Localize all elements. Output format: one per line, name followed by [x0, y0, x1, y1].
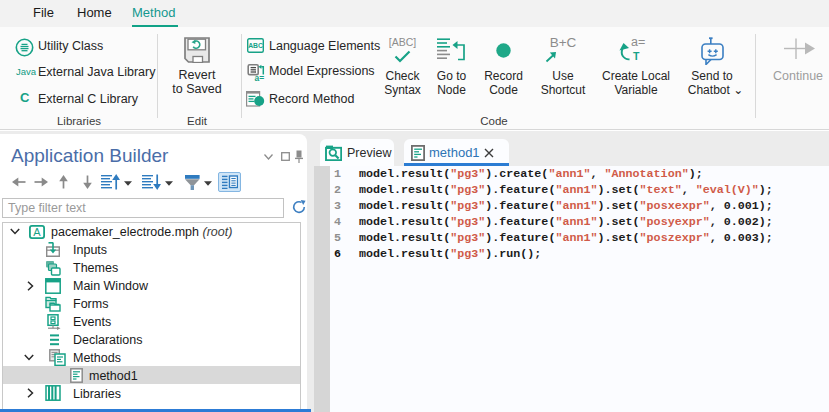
svg-text:T: T — [633, 50, 640, 62]
svg-text:ABC: ABC — [248, 42, 263, 49]
svg-text:A: A — [33, 226, 41, 238]
svg-text:a=: a= — [255, 73, 265, 81]
